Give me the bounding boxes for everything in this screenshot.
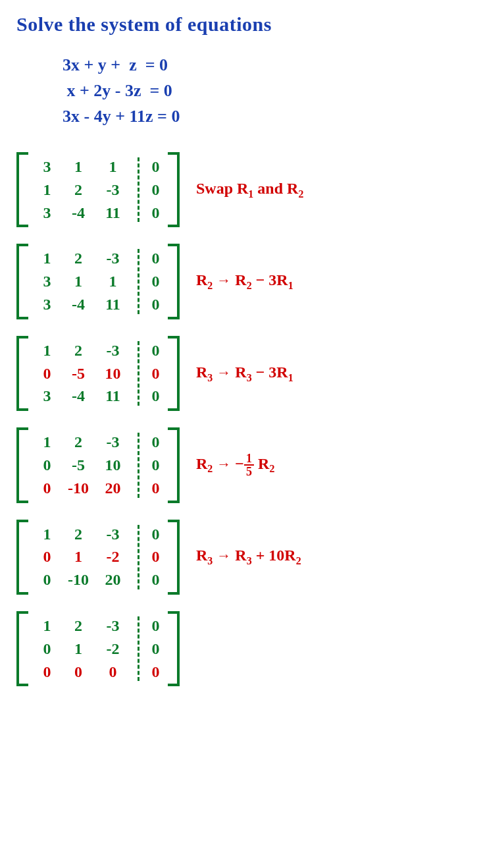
row-operation-label: R3 → R3 − 3R1 xyxy=(196,364,293,384)
matrix-cell: 10 xyxy=(95,456,131,475)
row-operation-label: R2 → −15 R2 xyxy=(196,452,274,477)
matrix-cell: 3 xyxy=(32,157,62,176)
matrix-cell: 1 xyxy=(32,525,62,544)
matrix-cell: 11 xyxy=(95,203,131,223)
matrix-cell: 2 xyxy=(62,616,95,636)
augment-divider xyxy=(138,433,141,497)
matrix-cell: 0 xyxy=(32,639,62,659)
equation-line: 3x - 4y + 11z = 0 xyxy=(63,103,463,129)
matrix-cell: -3 xyxy=(95,180,131,200)
bracket-right xyxy=(168,244,180,319)
rhs-cell: 0 xyxy=(147,547,164,566)
equation-line: 3x + y + z = 0 xyxy=(63,52,463,78)
matrix-cells: 12-301-2000 xyxy=(32,616,131,681)
rhs-cell: 0 xyxy=(147,616,164,636)
matrix-cell: 3 xyxy=(32,295,62,314)
rhs-column: 000 xyxy=(147,525,164,589)
matrix-cell: 2 xyxy=(62,341,95,360)
step: 31112-33-411000Swap R1 and R2 xyxy=(16,152,463,227)
matrix-cell: 2 xyxy=(62,180,95,200)
bracket-right xyxy=(168,152,180,227)
matrix-cell: 0 xyxy=(32,479,62,498)
matrix-cell: 1 xyxy=(62,272,95,291)
matrix-cell: -2 xyxy=(95,639,131,659)
matrix-cell: -4 xyxy=(62,387,95,406)
rhs-cell: 0 xyxy=(147,570,164,589)
augmented-matrix: 12-301-2000000 xyxy=(16,611,180,686)
matrix-cell: 1 xyxy=(32,249,62,268)
augmented-matrix: 12-301-20-1020000 xyxy=(16,520,180,595)
matrix-cell: 1 xyxy=(95,272,131,291)
matrix-cell: -3 xyxy=(95,616,131,636)
matrix-cell: -3 xyxy=(95,341,131,360)
rhs-cell: 0 xyxy=(147,479,164,498)
row-operation-label: R3 → R3 + 10R2 xyxy=(196,547,301,567)
rhs-cell: 0 xyxy=(147,639,164,659)
augmented-matrix: 12-33113-411000 xyxy=(16,244,180,319)
matrix-cell: 10 xyxy=(95,364,131,383)
matrix-cell: 0 xyxy=(32,364,62,383)
step: 12-30-5100-1020000R2 → −15 R2 xyxy=(16,427,463,502)
rhs-cell: 0 xyxy=(147,341,164,360)
rhs-cell: 0 xyxy=(147,203,164,223)
matrix-cells: 12-33113-411 xyxy=(32,249,131,313)
matrix-cell: 1 xyxy=(32,433,62,452)
rhs-cell: 0 xyxy=(147,295,164,314)
rhs-cell: 0 xyxy=(147,249,164,268)
rhs-cell: 0 xyxy=(147,157,164,176)
matrix-cells: 12-30-5103-411 xyxy=(32,341,131,406)
matrix-cell: -4 xyxy=(62,203,95,223)
matrix-cell: -4 xyxy=(62,295,95,314)
matrix-cells: 12-30-5100-1020 xyxy=(32,433,131,497)
matrix-cell: 2 xyxy=(62,249,95,268)
matrix-cells: 31112-33-411 xyxy=(32,157,131,222)
augmented-matrix: 12-30-5103-411000 xyxy=(16,336,180,411)
matrix-cell: -2 xyxy=(95,547,131,566)
matrix-cell: 3 xyxy=(32,203,62,223)
matrix-cell: 1 xyxy=(62,639,95,659)
matrix-cell: 2 xyxy=(62,433,95,452)
matrix-cell: 0 xyxy=(32,547,62,566)
matrix-cell: 1 xyxy=(95,157,131,176)
matrix-cell: -3 xyxy=(95,433,131,452)
augment-divider xyxy=(138,616,141,681)
rhs-cell: 0 xyxy=(147,433,164,452)
rhs-cell: 0 xyxy=(147,525,164,544)
step: 12-301-20-1020000R3 → R3 + 10R2 xyxy=(16,520,463,595)
matrix-cell: -5 xyxy=(62,456,95,475)
rhs-column: 000 xyxy=(147,249,164,313)
step: 12-30-5103-411000R3 → R3 − 3R1 xyxy=(16,336,463,411)
rhs-column: 000 xyxy=(147,433,164,497)
step: 12-301-2000000 xyxy=(16,611,463,686)
rhs-cell: 0 xyxy=(147,456,164,475)
rhs-cell: 0 xyxy=(147,663,164,682)
row-operation-label: Swap R1 and R2 xyxy=(196,180,303,200)
bracket-left xyxy=(16,244,28,319)
augment-divider xyxy=(138,525,141,589)
matrix-cell: 0 xyxy=(62,663,95,682)
matrix-cell: 3 xyxy=(32,387,62,406)
matrix-cell: 2 xyxy=(62,525,95,544)
bracket-left xyxy=(16,336,28,411)
matrix-cell: -10 xyxy=(62,479,95,498)
rhs-cell: 0 xyxy=(147,364,164,383)
rhs-cell: 0 xyxy=(147,272,164,291)
matrix-cell: 1 xyxy=(62,547,95,566)
matrix-cell: 20 xyxy=(95,570,131,589)
matrix-cell: -3 xyxy=(95,249,131,268)
bracket-left xyxy=(16,520,28,595)
matrix-cell: -3 xyxy=(95,525,131,544)
rhs-column: 000 xyxy=(147,341,164,406)
bracket-right xyxy=(168,611,180,686)
steps-container: 31112-33-411000Swap R1 and R212-33113-41… xyxy=(16,152,463,686)
bracket-left xyxy=(16,152,28,227)
augment-divider xyxy=(138,249,141,313)
bracket-left xyxy=(16,611,28,686)
bracket-left xyxy=(16,427,28,502)
matrix-cell: 1 xyxy=(32,180,62,200)
bracket-right xyxy=(168,336,180,411)
matrix-cell: 0 xyxy=(32,570,62,589)
matrix-cell: 1 xyxy=(32,616,62,636)
augmented-matrix: 12-30-5100-1020000 xyxy=(16,427,180,502)
page-title: Solve the system of equations xyxy=(16,13,463,36)
